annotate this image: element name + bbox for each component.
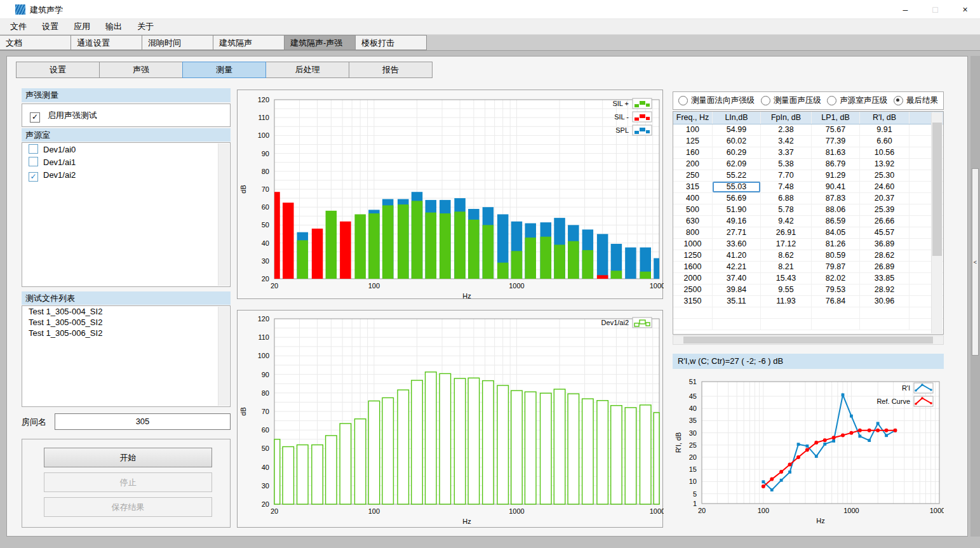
table-cell[interactable]: 86.59 <box>812 216 860 227</box>
main-tab-1[interactable]: 通道设置 <box>70 35 142 50</box>
table-cell[interactable]: 54.99 <box>713 124 761 135</box>
table-cell[interactable]: 60.02 <box>713 136 761 147</box>
menu-item-3[interactable]: 输出 <box>98 19 130 34</box>
table-cell[interactable]: 15.43 <box>761 273 812 284</box>
table-cell[interactable]: 8.21 <box>761 262 812 272</box>
table-cell[interactable]: 37.40 <box>713 273 761 284</box>
table-cell[interactable]: 62.09 <box>713 159 761 170</box>
table-cell[interactable]: 33.85 <box>860 273 910 284</box>
sub-tab-3[interactable]: 后处理 <box>265 62 349 78</box>
table-cell[interactable]: 26.89 <box>860 262 910 272</box>
table-cell[interactable]: 45.57 <box>860 227 910 238</box>
table-cell[interactable] <box>910 216 934 227</box>
channel-checkbox[interactable]: ✓ <box>29 172 38 182</box>
table-cell[interactable] <box>713 319 761 330</box>
table-cell[interactable]: 91.29 <box>812 170 860 181</box>
table-cell[interactable]: 27.71 <box>713 227 761 238</box>
main-tab-2[interactable]: 混响时间 <box>142 35 213 50</box>
table-cell[interactable] <box>910 182 934 192</box>
table-cell[interactable]: 35.11 <box>713 296 761 307</box>
table-cell[interactable] <box>910 170 934 181</box>
test-file-item-0[interactable]: Test 1_305-004_SI2 <box>22 306 230 317</box>
table-cell[interactable]: 1250 <box>673 250 713 261</box>
table-vertical-scrollbar[interactable] <box>931 112 943 333</box>
table-cell[interactable] <box>910 239 934 250</box>
table-cell[interactable]: 250 <box>673 170 713 181</box>
test-file-item-1[interactable]: Test 1_305-005_SI2 <box>22 317 230 328</box>
table-cell[interactable]: 13.92 <box>860 159 910 170</box>
table-cell[interactable]: 5.78 <box>761 204 812 215</box>
table-cell[interactable]: 26.91 <box>761 227 812 238</box>
table-cell[interactable]: 28.62 <box>860 250 910 261</box>
table-cell[interactable]: 9.91 <box>860 124 910 135</box>
table-cell[interactable] <box>910 159 934 170</box>
sub-tab-0[interactable]: 设置 <box>16 62 100 78</box>
channel-row-1[interactable]: Dev1/ai1 <box>22 156 230 168</box>
table-cell[interactable]: 77.39 <box>812 136 860 147</box>
table-cell[interactable]: 8.62 <box>761 250 812 261</box>
table-cell[interactable]: 3.37 <box>761 147 812 158</box>
table-cell[interactable] <box>812 319 860 330</box>
scrollbar-thumb[interactable] <box>932 123 942 256</box>
sub-tab-4[interactable]: 报告 <box>349 62 433 78</box>
table-cell[interactable]: 55.03 <box>713 182 761 192</box>
table-cell[interactable] <box>910 296 934 307</box>
table-cell[interactable] <box>910 307 934 318</box>
table-cell[interactable]: 33.60 <box>713 239 761 250</box>
table-cell[interactable]: 56.69 <box>713 193 761 204</box>
menu-item-0[interactable]: 文件 <box>3 19 34 34</box>
channel-list-scrollbar[interactable] <box>218 144 229 286</box>
table-cell[interactable]: 49.16 <box>713 216 761 227</box>
scrollbar-thumb[interactable] <box>683 337 933 344</box>
table-cell[interactable]: 79.53 <box>812 284 860 295</box>
radio-button[interactable] <box>894 96 903 105</box>
sub-tab-2[interactable]: 测量 <box>182 62 266 78</box>
room-name-input[interactable]: 305 <box>55 413 231 430</box>
table-cell[interactable]: 400 <box>673 193 713 204</box>
channel-checkbox[interactable] <box>29 144 38 154</box>
scroll-down-icon[interactable] <box>218 396 229 406</box>
table-cell[interactable]: 9.55 <box>761 284 812 295</box>
table-cell[interactable]: 1000 <box>673 239 713 250</box>
table-cell[interactable]: 76.84 <box>812 296 860 307</box>
table-cell[interactable]: 36.89 <box>860 239 910 250</box>
main-tab-3[interactable]: 建筑隔声 <box>213 35 285 50</box>
table-cell[interactable]: 42.21 <box>713 262 761 272</box>
table-cell[interactable] <box>910 193 934 204</box>
table-cell[interactable]: 160 <box>673 147 713 158</box>
scroll-up-icon[interactable] <box>932 112 943 122</box>
table-cell[interactable]: 3150 <box>673 296 713 307</box>
table-cell[interactable]: 39.84 <box>713 284 761 295</box>
channel-row-0[interactable]: Dev1/ai0 <box>22 143 230 156</box>
sub-tab-1[interactable]: 声强 <box>99 62 183 78</box>
table-cell[interactable] <box>910 273 934 284</box>
radio-button[interactable] <box>827 96 836 105</box>
table-cell[interactable]: 11.93 <box>761 296 812 307</box>
table-cell[interactable]: 2.38 <box>761 124 812 135</box>
table-cell[interactable]: 81.63 <box>812 147 860 158</box>
table-cell[interactable] <box>910 147 934 158</box>
table-cell[interactable] <box>910 227 934 238</box>
start-button[interactable]: 开始 <box>44 448 212 467</box>
table-cell[interactable] <box>910 124 934 135</box>
table-cell[interactable] <box>910 204 934 215</box>
table-cell[interactable]: 88.06 <box>812 204 860 215</box>
table-cell[interactable] <box>910 319 934 330</box>
table-cell[interactable]: 81.26 <box>812 239 860 250</box>
file-list-scrollbar[interactable] <box>218 307 229 406</box>
table-cell[interactable]: 5.38 <box>761 159 812 170</box>
table-cell[interactable]: 10.56 <box>860 147 910 158</box>
table-cell[interactable]: 28.92 <box>860 284 910 295</box>
table-cell[interactable] <box>910 136 934 147</box>
table-cell[interactable]: 630 <box>673 216 713 227</box>
table-cell[interactable]: 80.59 <box>812 250 860 261</box>
table-cell[interactable]: 7.70 <box>761 170 812 181</box>
menu-item-1[interactable]: 设置 <box>34 19 66 34</box>
enable-intensity-checkbox[interactable]: ✓ <box>30 112 40 123</box>
scroll-left-icon[interactable] <box>673 336 683 344</box>
table-cell[interactable]: 82.02 <box>812 273 860 284</box>
table-cell[interactable]: 26.66 <box>860 216 910 227</box>
table-cell[interactable]: 90.41 <box>812 182 860 192</box>
radio-item-0[interactable]: 测量面法向声强级 <box>678 95 755 106</box>
table-cell[interactable]: 20.37 <box>860 193 910 204</box>
